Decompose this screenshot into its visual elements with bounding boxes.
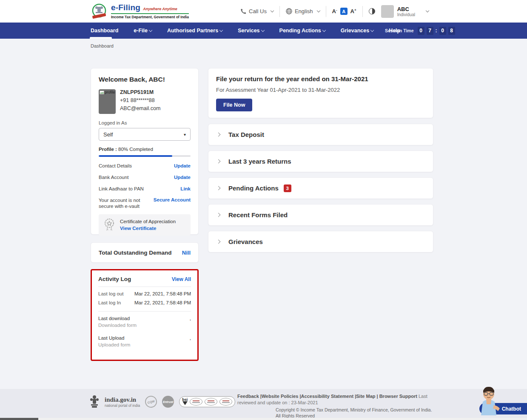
panel-recent-forms-filed[interactable]: Recent Forms Filed bbox=[208, 204, 433, 226]
nav-grievances[interactable]: Grievances bbox=[341, 28, 373, 34]
certificate-medal-icon bbox=[103, 218, 116, 232]
last-upload-row: Last Upload , Uploaded form bbox=[98, 335, 191, 347]
profile-progress-label: Profile : 80% Completed bbox=[99, 147, 191, 152]
activity-log-card: Activity Log View All Last log out Mar 2… bbox=[91, 269, 199, 361]
profile-photo: profile bbox=[99, 89, 116, 114]
welcome-card: Welcome Back, ABC! profile ZNLPP5191M +9… bbox=[91, 68, 199, 235]
chatbot-assistant-avatar bbox=[477, 385, 501, 415]
nav-pending-actions[interactable]: Pending Actions bbox=[279, 28, 325, 34]
outstanding-demand-card: Total Outstanding Demand Nill bbox=[91, 242, 199, 263]
iso-badge bbox=[205, 398, 217, 406]
divider bbox=[326, 6, 326, 17]
logged-in-as-select[interactable]: Self ▾ bbox=[99, 128, 191, 141]
nav-authorised-partners[interactable]: Authorised Partners bbox=[167, 28, 222, 34]
session-digit: 8 bbox=[448, 27, 455, 35]
font-decrease-button[interactable]: A- bbox=[332, 8, 337, 14]
contact-details-row: Contact Details Update bbox=[99, 163, 191, 168]
file-return-subtitle: For Assessment Year 01-Apr-2021 to 31-Ma… bbox=[216, 87, 425, 93]
secure-account-link[interactable]: Secure Account bbox=[154, 197, 191, 209]
call-us-label: Call Us bbox=[249, 8, 267, 14]
chevron-right-icon bbox=[216, 213, 221, 217]
user-name: ABC bbox=[397, 6, 415, 12]
efiling-logo[interactable]: e-Filing Anywhere Anytime Income Tax Dep… bbox=[91, 3, 189, 20]
panel-grievances[interactable]: Grievances bbox=[208, 231, 433, 253]
chatbot-widget[interactable]: Chatbot bbox=[474, 385, 527, 418]
last-download-row: Last download , Downloaded form bbox=[98, 316, 191, 328]
view-certificate-link[interactable]: View Certificate bbox=[120, 226, 176, 231]
update-contact-link[interactable]: Update bbox=[174, 163, 191, 168]
link-aadhaar-link[interactable]: Link bbox=[180, 186, 191, 191]
session-colon: : bbox=[436, 28, 437, 34]
bsi-triangle-icon bbox=[182, 401, 188, 405]
header-utilities: Call Us English A- A A+ bbox=[240, 0, 429, 23]
iso-badge bbox=[219, 398, 232, 406]
brand-name: e-Filing bbox=[111, 3, 140, 12]
divider bbox=[279, 6, 280, 17]
contrast-toggle-icon[interactable] bbox=[369, 8, 375, 14]
divider bbox=[362, 6, 363, 17]
user-menu[interactable]: ABC Individual bbox=[381, 5, 429, 18]
font-normal-button[interactable]: A bbox=[340, 8, 348, 15]
call-us-menu[interactable]: Call Us bbox=[240, 8, 273, 14]
nav-services[interactable]: Services bbox=[238, 28, 264, 34]
india-emblem-icon bbox=[91, 3, 108, 20]
pan-number: ZNLPP5191M bbox=[120, 89, 160, 95]
secure-account-text: Your account is not secure with e-vault bbox=[99, 197, 150, 209]
panel-tax-deposit[interactable]: Tax Deposit bbox=[208, 124, 433, 145]
chevron-right-icon bbox=[216, 133, 221, 137]
horizontal-scrollbar[interactable] bbox=[0, 418, 527, 420]
chevron-down-icon bbox=[219, 28, 223, 32]
chevron-right-icon bbox=[216, 240, 221, 244]
logged-in-as-label: Logged in As bbox=[99, 120, 191, 125]
file-return-card: File your return for the year ended on 3… bbox=[208, 68, 433, 118]
globe-icon bbox=[286, 8, 292, 14]
breadcrumb: Dashboard bbox=[91, 43, 114, 48]
last-logout-row: Last log out Mar 22, 2021, 7:58:48 PM bbox=[98, 291, 191, 296]
brand-tagline: Anywhere Anytime bbox=[143, 7, 177, 11]
nav-efile[interactable]: e-File bbox=[134, 28, 152, 34]
selected-role: Self bbox=[103, 131, 113, 138]
font-size-controls: A- A A+ bbox=[332, 8, 356, 15]
certificate-box: Certificate of Appreciation View Certifi… bbox=[99, 214, 191, 236]
user-role: Individual bbox=[397, 12, 415, 17]
page-content: Dashboard Welcome Back, ABC! profile ZNL… bbox=[0, 39, 527, 389]
top-header: e-Filing Anywhere Anytime Income Tax Dep… bbox=[0, 0, 527, 23]
language-menu[interactable]: English bbox=[286, 8, 320, 14]
outstanding-demand-value[interactable]: Nill bbox=[182, 250, 191, 256]
profile-photo-alt: profile bbox=[105, 90, 115, 94]
font-increase-button[interactable]: A+ bbox=[350, 8, 356, 14]
chevron-down-icon bbox=[261, 28, 264, 32]
view-all-link[interactable]: View All bbox=[172, 276, 191, 282]
footer-links[interactable]: Feedback |Website Policies |Accessibilit… bbox=[237, 394, 417, 399]
main-navbar: Dashboard e-File Authorised Partners Ser… bbox=[0, 23, 527, 39]
file-now-button[interactable]: File Now bbox=[216, 99, 252, 111]
portal-subtitle: national portal of india bbox=[105, 403, 140, 408]
panel-last-3-years-returns[interactable]: Last 3 years Returns bbox=[208, 150, 433, 172]
bsi-certification-logo: bsi bbox=[179, 396, 235, 407]
cqw-seal-logo: CQW bbox=[144, 394, 158, 409]
chevron-down-icon bbox=[271, 9, 274, 12]
caret-down-icon: ▾ bbox=[184, 132, 186, 137]
bank-account-row: Bank Account Update bbox=[99, 175, 191, 180]
chevron-down-icon bbox=[316, 9, 320, 12]
session-time-label: Session Time bbox=[385, 28, 414, 33]
copyright-text: Copyright © Income Tax Department, Minis… bbox=[276, 407, 437, 419]
chevron-down-icon bbox=[370, 28, 374, 32]
footer-links-line: Feedback |Website Policies |Accessibilit… bbox=[237, 393, 437, 406]
session-digit: 7 bbox=[427, 27, 433, 35]
email-address: ABC@email.com bbox=[120, 105, 160, 111]
file-return-title: File your return for the year ended on 3… bbox=[216, 75, 425, 82]
scrollbar-thumb[interactable] bbox=[0, 418, 38, 420]
divider bbox=[98, 311, 191, 312]
india-gov-portal[interactable]: india.gov.in national portal of india bbox=[105, 396, 140, 408]
update-bank-link[interactable]: Update bbox=[174, 175, 191, 180]
nav-dashboard[interactable]: Dashboard bbox=[91, 28, 118, 34]
panel-pending-actions[interactable]: Pending Actions 3 bbox=[208, 177, 433, 199]
chevron-down-icon bbox=[149, 28, 152, 32]
profile-progress-fill bbox=[99, 155, 172, 157]
certificate-title: Certificate of Appreciation bbox=[120, 219, 176, 224]
efiling-dashboard: e-Filing Anywhere Anytime Income Tax Dep… bbox=[0, 0, 527, 420]
session-digit: 0 bbox=[439, 27, 446, 35]
session-digit: 0 bbox=[418, 27, 424, 35]
session-timer: Session Time 0 7 : 0 8 bbox=[385, 23, 455, 39]
